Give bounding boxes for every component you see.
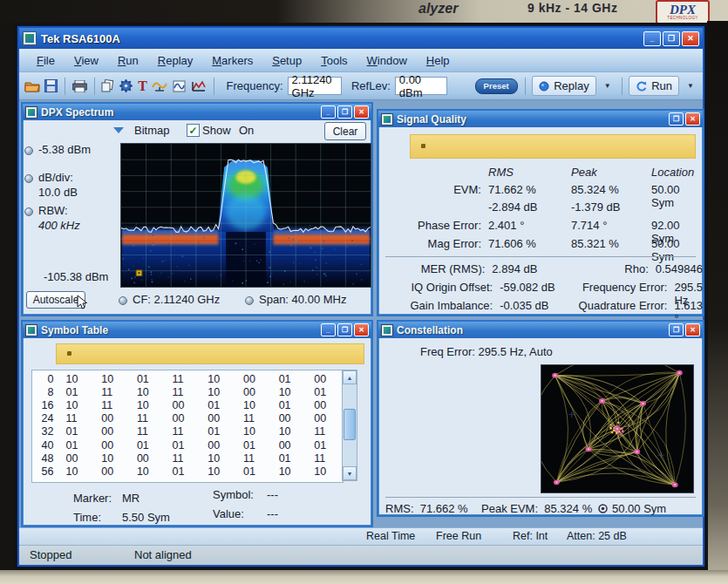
save-icon[interactable]	[44, 78, 58, 94]
rbw-label: RBW:	[38, 204, 68, 217]
symbol-table-titlebar[interactable]: Symbol Table _ ❐ ✕	[23, 322, 371, 338]
symbol-table-row[interactable]: 561000100110011010	[32, 465, 343, 478]
show-state[interactable]: On	[239, 124, 254, 137]
frequency-input[interactable]: 2.11240 GHz	[288, 77, 342, 95]
cf-readout[interactable]: CF: 2.11240 GHz	[133, 293, 220, 306]
show-checkbox[interactable]: ✓	[187, 124, 200, 137]
sq-row-mag-error: Mag Error:71.606 %85.321 %50.00 Sym	[378, 237, 703, 263]
symbol-table[interactable]: 0101001111000010080111101110001001161011…	[31, 370, 344, 483]
trace-mode-label[interactable]: Bitmap	[134, 124, 169, 137]
signal-quality-panel-icon	[381, 113, 393, 126]
run-dropdown-arrow[interactable]: ▼	[684, 82, 697, 90]
menu-setup[interactable]: Setup	[263, 52, 310, 69]
dpx-close-button[interactable]: ✕	[354, 105, 369, 119]
bezel-range-text: 9 kHz - 14 GHz	[527, 1, 617, 15]
menu-file[interactable]: File	[28, 52, 64, 69]
st-minimize-button[interactable]: _	[321, 323, 336, 336]
dpx-titlebar[interactable]: DPX Spectrum _ ❐ ✕	[23, 104, 371, 120]
menu-help[interactable]: Help	[418, 52, 459, 69]
chevron-down-icon[interactable]	[113, 127, 124, 133]
menu-markers[interactable]: Markers	[203, 52, 262, 69]
menu-replay[interactable]: Replay	[149, 52, 201, 69]
con-rms-readout: RMS: 71.662 %	[385, 502, 468, 515]
rbw-bullet-icon[interactable]	[24, 207, 33, 216]
symbol-table-row[interactable]: 480010001110110111	[32, 452, 343, 465]
dpx-spectrum-display[interactable]	[120, 143, 371, 288]
menu-window[interactable]: Window	[358, 52, 416, 69]
sq-divider	[385, 256, 696, 257]
sq-maximize-button[interactable]: ❐	[669, 112, 684, 126]
dpx-maximize-button[interactable]: ❐	[337, 105, 352, 119]
print-icon[interactable]	[72, 78, 87, 94]
dpx-minimize-button[interactable]: _	[321, 105, 336, 119]
ref-level-bullet-icon[interactable]	[24, 146, 33, 155]
sq-close-button[interactable]: ✕	[685, 112, 700, 126]
open-icon[interactable]	[24, 78, 40, 94]
sq-header-location: Location	[651, 166, 703, 179]
copy-icon[interactable]	[101, 78, 114, 94]
st-close-button[interactable]: ✕	[354, 323, 369, 336]
scale-bullet-icon[interactable]	[24, 174, 33, 183]
span-bullet-icon[interactable]	[245, 296, 254, 305]
app-icon	[23, 31, 37, 45]
symbol-table-row[interactable]: 80111101110001001	[32, 385, 343, 398]
restore-button[interactable]: ❐	[663, 31, 680, 46]
monitor-bezel-top: alyzer 9 kHz - 14 GHz DPX TECHNOLOGY	[0, 0, 728, 23]
spectrum-display-icon[interactable]	[152, 78, 167, 94]
run-button[interactable]: Run	[629, 76, 679, 96]
symbol-table-title: Symbol Table	[41, 324, 108, 336]
con-maximize-button[interactable]: ❐	[669, 323, 684, 336]
scroll-thumb[interactable]	[344, 409, 356, 440]
scroll-down-arrow[interactable]: ▼	[343, 466, 357, 480]
status-ref: Ref: Int	[513, 530, 548, 542]
app-window: Tek RSA6100A _ ❐ ✕ FileViewRunReplayMark…	[17, 26, 704, 567]
preset-button[interactable]: Preset	[475, 78, 518, 94]
app-titlebar[interactable]: Tek RSA6100A _ ❐ ✕	[19, 28, 703, 49]
menu-run[interactable]: Run	[109, 52, 147, 69]
symbol-table-panel: Symbol Table _ ❐ ✕ 010100111100001008011…	[21, 320, 373, 527]
sq-row-evm-db: -2.894 dB-1.379 dB	[378, 200, 703, 214]
st-maximize-button[interactable]: ❐	[337, 323, 352, 336]
cf-bullet-icon[interactable]	[119, 296, 127, 305]
autoscale-button[interactable]: Autoscale	[26, 291, 85, 309]
status-bar-acquisition: Real Time Free Run Ref: Int Atten: 25 dB	[19, 527, 703, 545]
marker-position-icon	[598, 504, 608, 513]
symbol-table-row[interactable]: 161011100001100100	[32, 398, 343, 411]
replay-dropdown-arrow[interactable]: ▼	[601, 82, 615, 90]
sq-marker-dot	[421, 144, 425, 148]
st-value-value: ---	[267, 507, 278, 520]
minimize-button[interactable]: _	[643, 31, 661, 46]
symbol-table-scrollbar[interactable]: ▲ ▼	[342, 370, 357, 481]
con-at-sym-readout[interactable]: 50.00 Sym	[598, 502, 666, 515]
frequency-label: Frequency:	[227, 79, 283, 92]
replay-button[interactable]: Replay	[532, 76, 595, 96]
rbw-value[interactable]: 400 kHz	[38, 219, 80, 232]
reflev-input[interactable]: 0.00 dBm	[395, 77, 447, 95]
st-highlight-bar[interactable]	[56, 343, 364, 364]
scroll-up-arrow[interactable]: ▲	[343, 370, 357, 384]
constellation-display[interactable]	[541, 364, 694, 493]
con-close-button[interactable]: ✕	[685, 323, 700, 336]
constellation-titlebar[interactable]: Constellation ❐ ✕	[378, 322, 703, 338]
text-marker-icon[interactable]: T	[138, 78, 147, 94]
sq-header-peak: Peak	[571, 166, 651, 179]
settings-gear-icon[interactable]	[119, 78, 133, 94]
menu-tools[interactable]: Tools	[312, 52, 356, 69]
sq-highlight-bar[interactable]	[410, 134, 696, 159]
symbol-table-row[interactable]: 01010011110000100	[32, 372, 343, 385]
constellation-divider	[385, 497, 696, 498]
scale-value[interactable]: 10.0 dB	[38, 186, 78, 199]
monitor-bezel-bottom	[0, 570, 728, 584]
symbol-table-row[interactable]: 400100010100010001	[32, 438, 343, 452]
freq-error-readout[interactable]: Freq Error: 295.5 Hz, Auto	[420, 345, 553, 358]
menu-view[interactable]: View	[65, 52, 107, 69]
clear-button[interactable]: Clear	[324, 122, 366, 140]
close-button[interactable]: ✕	[682, 31, 699, 46]
span-readout[interactable]: Span: 40.00 MHz	[259, 293, 346, 306]
markers-icon[interactable]	[191, 78, 207, 94]
ref-level-value[interactable]: -5.38 dBm	[38, 143, 91, 156]
trace-icon[interactable]	[172, 78, 187, 94]
symbol-table-row[interactable]: 320100111101101011	[32, 425, 343, 438]
symbol-table-row[interactable]: 241100110000110000	[32, 412, 343, 425]
signal-quality-titlebar[interactable]: Signal Quality ❐ ✕	[378, 111, 703, 127]
